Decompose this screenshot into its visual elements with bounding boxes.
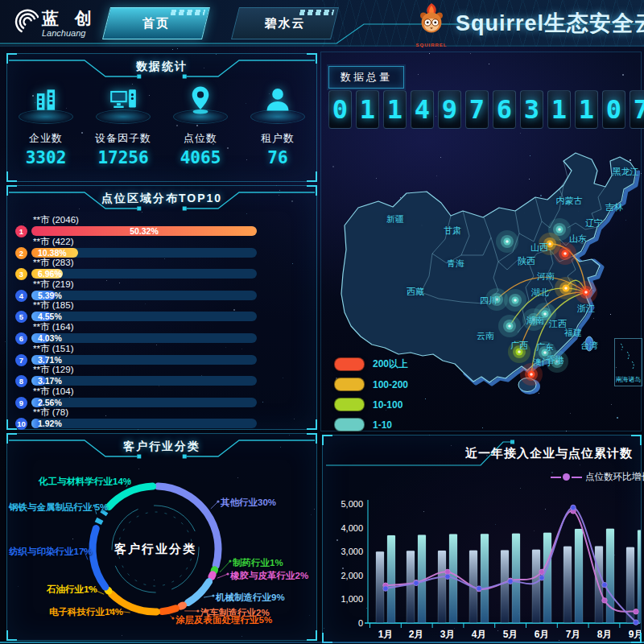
building-icon (31, 85, 61, 115)
bar-value-label: 10.38% (38, 248, 67, 258)
svg-text:3,000: 3,000 (341, 547, 363, 556)
legend-color-chip (334, 398, 365, 411)
top10-row: **市 (185)54.55% (7, 299, 316, 320)
tab-home[interactable]: 首页 (102, 7, 210, 39)
digit-card: 0 (602, 90, 625, 129)
top10-row: **市 (104)92.56% (7, 386, 316, 407)
donut-segment-label: 石油行业1% (47, 584, 97, 596)
legend-color-chip (334, 418, 365, 431)
panel-corner-decoration (322, 435, 332, 445)
svg-text:0: 0 (358, 618, 363, 628)
digit-card: 6 (493, 90, 516, 129)
panel-corner-decoration (307, 185, 317, 196)
bar-track: 3.71% (31, 355, 257, 365)
panel-top10-distribution: 点位区域分布TOP10 **市 (2046)150.32%**市 (422)21… (6, 185, 317, 430)
top10-row: **市 (164)64.03% (7, 321, 316, 342)
bar-track: 4.55% (31, 312, 257, 321)
svg-text:2月: 2月 (409, 629, 424, 640)
bar-value-label: 1.92% (38, 419, 62, 428)
bar-value-label: 3.17% (38, 376, 62, 386)
digit-card: 3 (520, 90, 543, 129)
stat-value: 17256 (88, 148, 159, 167)
donut-segment-label: 机械制造行业9% (216, 592, 285, 604)
top10-row-label: **市 (219) (33, 279, 74, 291)
south-sea-inset-label: 南海诸岛 (616, 375, 642, 384)
stat-value: 3302 (10, 148, 81, 167)
legend-label: 100-200 (373, 379, 408, 390)
panel-corner-decoration (631, 435, 642, 445)
tab-bishuiyun[interactable]: 碧水云 (231, 7, 339, 39)
svg-text:4月: 4月 (472, 629, 487, 640)
panel-corner-decoration (307, 419, 317, 430)
panel-title: 数据统计 (136, 60, 188, 74)
panel-corner-decoration (307, 433, 317, 444)
bar-track: 50.32% (31, 226, 257, 236)
trend-chart: 5,0004,0003,0002,0001,00001月2月3月4月5月6月7月… (323, 436, 641, 642)
donut-center-label: 客户行业分类 (114, 542, 196, 557)
digit-card: 9 (438, 90, 461, 129)
stat-item: 租户数76 (242, 85, 313, 167)
total-data-label: 数据总量 (328, 66, 404, 89)
svg-text:8月: 8月 (597, 629, 613, 640)
digit-card: 1 (575, 90, 598, 129)
svg-text:5月: 5月 (503, 629, 518, 640)
donut-segment-label: 电子科技行业14% (49, 606, 123, 618)
top10-row: **市 (129)83.17% (7, 364, 316, 385)
panel-industry-classification: 客户行业分类 其他行业30%制药行业1%橡胶与皮革行业2%机械制造行业9%汽车制… (6, 433, 317, 641)
legend-label: 10-100 (373, 399, 402, 411)
mascot-text: SQUIRREL (412, 43, 451, 47)
svg-text:2,000: 2,000 (341, 571, 363, 580)
panel-corner-decoration (6, 171, 17, 182)
panel-header: 数据统计 (7, 54, 316, 81)
legend-color-chip (334, 357, 365, 371)
top10-row-label: **市 (422) (33, 236, 74, 248)
map-legend-item[interactable]: 200以上 (334, 357, 408, 371)
rank-badge: 10 (15, 418, 27, 430)
bar-track: 5.39% (31, 291, 257, 300)
bar-value-label: 4.03% (38, 333, 62, 343)
tab-home-label: 首页 (107, 8, 205, 39)
map-legend-item[interactable]: 1-10 (334, 418, 408, 431)
top10-row-label: **市 (129) (33, 364, 74, 376)
bar-value-label: 4.55% (38, 312, 62, 321)
svg-text:3月: 3月 (440, 629, 456, 640)
device-icon (108, 85, 138, 115)
bar-track: 1.92% (31, 419, 257, 428)
map-legend-item[interactable]: 10-100 (334, 398, 408, 411)
app-title: Squirrel生态安全云平 (456, 9, 644, 38)
donut-segment-label: 钢铁与金属制品行业 5% (9, 502, 108, 514)
top10-row: **市 (151)73.71% (7, 343, 316, 364)
bar-value-label: 5.39% (38, 291, 62, 300)
stat-label: 企业数 (10, 131, 81, 146)
logo-text: 蓝 创 (42, 9, 97, 27)
stat-value: 76 (242, 148, 313, 167)
panel-corner-decoration (6, 53, 17, 64)
panel-corner-decoration (6, 630, 17, 641)
stat-item: 企业数3302 (10, 85, 81, 167)
legend-color-chip (334, 378, 365, 391)
donut-segment-label: 其他行业30% (221, 497, 276, 509)
bar-track: 6.96% (31, 269, 257, 279)
top10-row-label: **市 (2046) (33, 214, 79, 226)
stat-label: 租户数 (242, 131, 313, 146)
bar-value-label: 2.56% (38, 398, 62, 407)
donut-segment-label: 纺织与印染行业17% (9, 546, 93, 558)
legend-label: 1-10 (373, 419, 392, 431)
bar-track: 3.17% (31, 376, 257, 386)
digit-card: 1 (356, 90, 379, 129)
donut-segment-label: 橡胶与皮革行业2% (230, 570, 308, 582)
south-sea-inset: 南海诸岛 (614, 338, 642, 386)
top10-row: **市 (422)210.38% (7, 236, 316, 257)
bar-track: 2.56% (31, 398, 257, 407)
top10-row: **市 (78)101.92% (7, 407, 316, 427)
panel-data-statistics: 数据统计 企业数3302设备因子数17256点位数4065租户数76 (6, 53, 317, 182)
top10-row-label: **市 (104) (33, 386, 74, 398)
map-legend-item[interactable]: 100-200 (334, 378, 408, 391)
digit-card: 1 (383, 90, 407, 129)
logo-subtext: Lanchuang (42, 29, 97, 38)
digit-card: 1 (547, 90, 571, 129)
stat-label: 点位数 (165, 131, 236, 146)
top10-row-label: **市 (151) (33, 343, 74, 355)
donut-segment-label: 制药行业1% (233, 557, 283, 569)
map-legend: 200以上100-20010-1001-10 (334, 357, 408, 438)
